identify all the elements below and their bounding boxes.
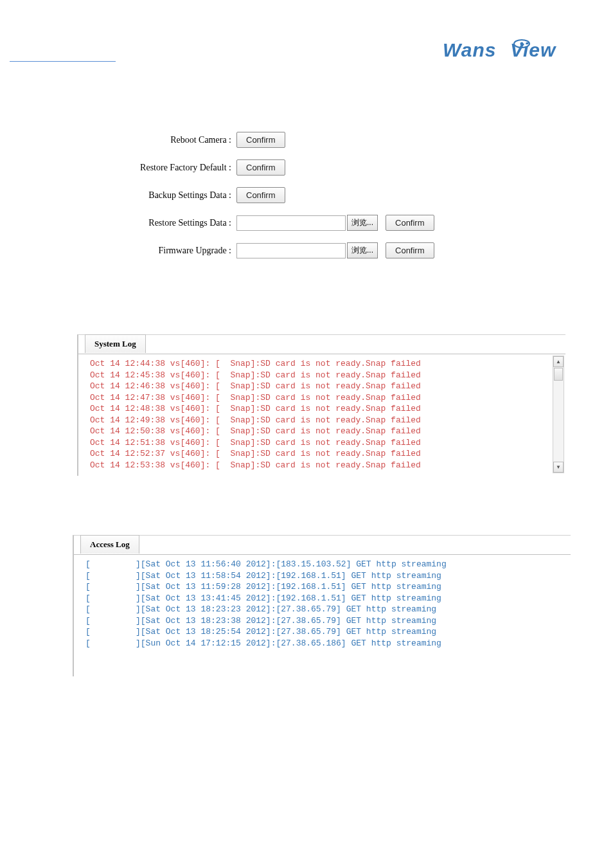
log-line: Oct 14 12:46:38 vs[460]: [ Snap]:SD card… — [90, 381, 554, 392]
system-log-scrollbar[interactable] — [553, 356, 564, 473]
log-line: Oct 14 12:44:38 vs[460]: [ Snap]:SD card… — [90, 358, 554, 370]
scroll-up-icon[interactable] — [553, 356, 564, 367]
log-line: [ ][Sat Oct 13 11:59:28 2012]:[192.168.1… — [85, 581, 559, 593]
svg-text:View: View — [510, 39, 556, 60]
log-line: [ ][Sat Oct 13 11:58:54 2012]:[192.168.1… — [85, 570, 559, 582]
log-line: Oct 14 12:50:38 vs[460]: [ Snap]:SD card… — [90, 426, 554, 437]
access-log-content: [ ][Sat Oct 13 11:56:40 2012]:[183.15.10… — [74, 555, 571, 653]
firmware-browse-button[interactable]: 浏览... — [347, 242, 378, 258]
log-line: Oct 14 12:45:38 vs[460]: [ Snap]:SD card… — [90, 370, 554, 381]
reboot-camera-label: Reboot Camera : — [125, 135, 231, 145]
system-log-panel: System Log Oct 14 12:44:38 vs[460]: [ Sn… — [77, 334, 565, 476]
log-line: Oct 14 12:49:38 vs[460]: [ Snap]:SD card… — [90, 415, 554, 426]
log-line: Oct 14 12:53:38 vs[460]: [ Snap]:SD card… — [90, 460, 554, 471]
restore-factory-confirm-button[interactable]: Confirm — [236, 159, 285, 176]
log-line: [ ][Sat Oct 13 18:25:54 2012]:[27.38.65.… — [85, 626, 559, 638]
svg-text:Wans: Wans — [443, 39, 496, 60]
backup-confirm-button[interactable]: Confirm — [236, 187, 285, 203]
log-line: [ ][Sun Oct 14 17:12:15 2012]:[27.38.65.… — [85, 638, 559, 649]
restore-settings-file-input[interactable] — [236, 215, 346, 231]
system-log-content: Oct 14 12:44:38 vs[460]: [ Snap]:SD card… — [78, 354, 565, 475]
log-line: [ ][Sat Oct 13 18:23:23 2012]:[27.38.65.… — [85, 604, 559, 615]
firmware-upgrade-label: Firmware Upgrade : — [125, 246, 231, 256]
log-line: Oct 14 12:52:37 vs[460]: [ Snap]:SD card… — [90, 448, 554, 460]
log-line: Oct 14 12:51:38 vs[460]: [ Snap]:SD card… — [90, 437, 554, 449]
restore-settings-browse-button[interactable]: 浏览... — [347, 215, 378, 231]
settings-panel: Reboot Camera : Confirm Restore Factory … — [125, 132, 459, 270]
log-line: [ ][Sat Oct 13 13:41:45 2012]:[192.168.1… — [85, 593, 559, 604]
firmware-file-input[interactable] — [236, 243, 346, 258]
brand-logo: Wans View — [443, 39, 571, 64]
backup-settings-label: Backup Settings Data : — [125, 190, 231, 201]
restore-settings-confirm-button[interactable]: Confirm — [386, 215, 434, 231]
scroll-thumb[interactable] — [554, 368, 563, 381]
log-line: [ ][Sat Oct 13 11:56:40 2012]:[183.15.10… — [85, 559, 559, 570]
firmware-confirm-button[interactable]: Confirm — [386, 242, 434, 258]
access-log-panel: Access Log [ ][Sat Oct 13 11:56:40 2012]… — [73, 535, 571, 676]
log-line: [ ][Sat Oct 13 18:23:38 2012]:[27.38.65.… — [85, 615, 559, 627]
scroll-down-icon[interactable] — [553, 462, 564, 473]
log-line: Oct 14 12:48:38 vs[460]: [ Snap]:SD card… — [90, 403, 554, 415]
reboot-confirm-button[interactable]: Confirm — [236, 132, 285, 148]
system-log-tab[interactable]: System Log — [85, 334, 146, 353]
access-log-tab[interactable]: Access Log — [80, 535, 139, 554]
header-underline — [10, 61, 116, 62]
log-line: Oct 14 12:47:38 vs[460]: [ Snap]:SD card… — [90, 392, 554, 404]
restore-settings-label: Restore Settings Data : — [125, 218, 231, 228]
restore-factory-label: Restore Factory Default : — [125, 163, 231, 173]
